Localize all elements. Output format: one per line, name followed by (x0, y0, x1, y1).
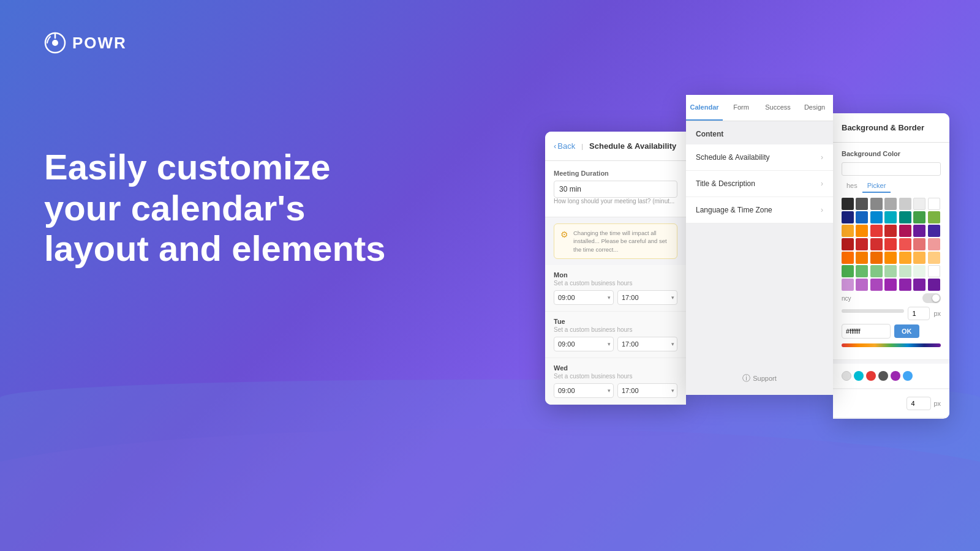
opacity-toggle[interactable] (922, 293, 941, 303)
color-cell[interactable] (856, 198, 868, 210)
opacity-row: ncy (842, 293, 941, 303)
color-cell[interactable] (913, 238, 925, 250)
hex-input[interactable] (842, 324, 891, 339)
opacity-label: ncy (842, 295, 851, 302)
color-cell[interactable] (884, 265, 897, 277)
color-cell[interactable] (842, 252, 854, 264)
color-cell[interactable] (899, 198, 911, 210)
menu-item-title[interactable]: Title & Description › (686, 171, 833, 197)
color-cell[interactable] (884, 279, 897, 291)
color-cell[interactable] (870, 279, 883, 291)
color-cell[interactable] (913, 279, 925, 291)
wed-start-select-wrapper: 09:00 (554, 383, 614, 398)
color-cell[interactable] (870, 211, 883, 223)
wed-start-select[interactable]: 09:00 (554, 383, 614, 398)
color-cell[interactable] (870, 238, 883, 250)
color-cell[interactable] (928, 252, 940, 264)
color-cell[interactable] (856, 252, 868, 264)
color-cell[interactable] (842, 211, 854, 223)
mon-start-select[interactable]: 09:00 10:00 (554, 290, 614, 305)
color-dot-white[interactable] (842, 371, 851, 381)
color-cell[interactable] (884, 238, 897, 250)
ok-button[interactable]: OK (894, 324, 919, 338)
wed-end-select-wrapper: 17:00 (617, 383, 677, 398)
subtabs-row: hes Picker (842, 179, 941, 193)
color-dot-purple[interactable] (891, 371, 900, 381)
mon-start-select-wrapper: 09:00 10:00 (554, 290, 614, 305)
color-cell[interactable] (884, 225, 897, 237)
color-cell[interactable] (870, 265, 883, 277)
color-slider[interactable] (842, 343, 941, 347)
mon-end-select[interactable]: 17:00 18:00 (617, 290, 677, 305)
tue-end-select[interactable]: 17:00 (617, 337, 677, 351)
wed-end-select[interactable]: 17:00 (617, 383, 677, 398)
color-cell[interactable] (913, 211, 925, 223)
warning-box: ⚙ Changing the time will impact all inst… (554, 223, 677, 259)
tue-start-select-wrapper: 09:00 (554, 337, 614, 351)
wed-section: Wed Set a custom business hours 09:00 17… (545, 358, 686, 405)
color-cell[interactable] (913, 198, 925, 210)
color-cell[interactable] (899, 211, 911, 223)
color-cell[interactable] (928, 198, 940, 210)
color-cell[interactable] (842, 265, 854, 277)
support-row[interactable]: ⓘ Support (686, 362, 833, 395)
powr-logo-icon (44, 32, 66, 54)
color-cell[interactable] (842, 279, 854, 291)
color-cell[interactable] (856, 211, 868, 223)
color-cell[interactable] (928, 211, 940, 223)
color-cell[interactable] (928, 279, 940, 291)
tab-calendar[interactable]: Calendar (686, 95, 723, 121)
color-cell[interactable] (913, 252, 925, 264)
color-cell[interactable] (870, 198, 883, 210)
menu-item-language[interactable]: Language & Time Zone › (686, 197, 833, 223)
color-cell[interactable] (928, 265, 940, 277)
tab-form[interactable]: Form (723, 95, 760, 121)
border-px-label: px (933, 400, 941, 407)
color-dot-blue[interactable] (903, 371, 913, 381)
opacity-value-input[interactable] (908, 307, 930, 320)
color-cell[interactable] (913, 265, 925, 277)
color-dot-dark[interactable] (878, 371, 888, 381)
color-cell[interactable] (870, 225, 883, 237)
color-cell[interactable] (870, 252, 883, 264)
opacity-px-label: px (933, 310, 941, 317)
color-cell[interactable] (899, 252, 911, 264)
color-cell[interactable] (884, 198, 897, 210)
menu-item-schedule[interactable]: Schedule & Availability › (686, 144, 833, 171)
content-panel: Calendar Form Success Design Content Sch… (686, 95, 833, 395)
color-cell[interactable] (856, 265, 868, 277)
bg-color-swatch[interactable] (842, 162, 941, 176)
color-cell[interactable] (899, 265, 911, 277)
tab-design[interactable]: Design (796, 95, 833, 121)
color-dot-cyan[interactable] (854, 371, 864, 381)
background-color-section: Background Color hes Picker (833, 143, 949, 360)
support-label: Support (753, 375, 777, 382)
color-dot-red[interactable] (866, 371, 876, 381)
subtab-hes[interactable]: hes (842, 179, 862, 193)
meeting-duration-input[interactable] (554, 181, 677, 198)
support-icon: ⓘ (742, 373, 750, 384)
tab-success[interactable]: Success (760, 95, 796, 121)
content-header: Content (686, 121, 833, 144)
color-cell[interactable] (884, 211, 897, 223)
color-cell[interactable] (913, 225, 925, 237)
back-button[interactable]: ‹ Back (554, 141, 575, 151)
opacity-slider[interactable] (842, 309, 904, 313)
color-cell[interactable] (899, 238, 911, 250)
color-cell[interactable] (856, 225, 868, 237)
subtab-picker[interactable]: Picker (862, 179, 891, 193)
color-cell[interactable] (842, 198, 854, 210)
color-cell[interactable] (899, 279, 911, 291)
color-cell[interactable] (928, 225, 940, 237)
color-cell[interactable] (856, 238, 868, 250)
color-cell[interactable] (899, 225, 911, 237)
color-cell[interactable] (856, 279, 868, 291)
border-px-input[interactable] (907, 397, 931, 410)
meeting-duration-label: Meeting Duration (554, 170, 677, 177)
tue-start-select[interactable]: 09:00 (554, 337, 614, 351)
hero-section: Easily customize your calendar's layout … (44, 147, 386, 269)
color-cell[interactable] (928, 238, 940, 250)
color-cell[interactable] (842, 238, 854, 250)
color-cell[interactable] (884, 252, 897, 264)
color-cell[interactable] (842, 225, 854, 237)
